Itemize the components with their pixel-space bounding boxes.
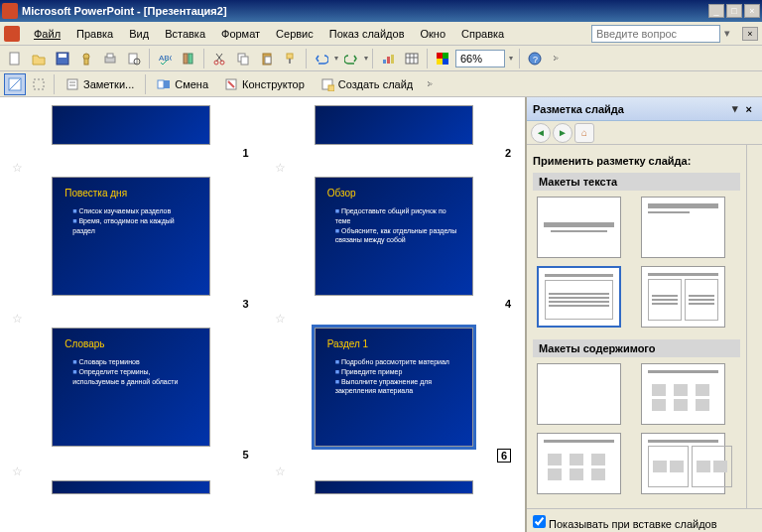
- doc-close-button[interactable]: ×: [742, 27, 758, 41]
- svg-rect-29: [443, 59, 448, 65]
- task-pane: Разметка слайда ▾ × ◄ ► ⌂ Применить разм…: [526, 97, 762, 532]
- minimize-button[interactable]: _: [708, 4, 724, 18]
- svg-rect-15: [241, 57, 248, 65]
- slide-4[interactable]: ОбзорПредоставьте общий рисунок по темеО…: [275, 177, 514, 310]
- animation-icon: ☆: [12, 161, 23, 175]
- svg-rect-6: [107, 54, 113, 58]
- menu-window[interactable]: Окно: [413, 25, 454, 43]
- slide-2[interactable]: ☆ 2: [275, 105, 514, 159]
- designer-button[interactable]: Конструктор: [217, 73, 312, 95]
- window-title: Microsoft PowerPoint - [Презентация2]: [22, 5, 708, 17]
- svg-rect-28: [437, 59, 443, 65]
- slide-6[interactable]: Раздел 1Подробно рассмотрите материалПри…: [275, 328, 514, 463]
- color-icon[interactable]: [432, 48, 453, 69]
- standard-toolbar: ABC ▾ ▾ 66% ▾ ? ⪢: [0, 46, 762, 71]
- normal-view-icon[interactable]: [4, 73, 26, 95]
- paste-icon[interactable]: [256, 48, 278, 69]
- layout-title-slide[interactable]: [537, 197, 621, 258]
- svg-rect-34: [34, 79, 44, 89]
- slide-8-partial[interactable]: [275, 480, 514, 494]
- animation-icon: ☆: [12, 465, 23, 478]
- svg-rect-0: [10, 53, 19, 65]
- help-dropdown-icon[interactable]: ▾: [720, 27, 734, 40]
- menu-view[interactable]: Вид: [121, 25, 157, 43]
- animation-icon: ☆: [275, 465, 286, 478]
- new-icon[interactable]: [4, 48, 26, 69]
- layout-content-2[interactable]: [537, 433, 621, 494]
- animation-icon: ☆: [12, 312, 23, 326]
- svg-rect-39: [164, 80, 170, 88]
- task-pane-dropdown-icon[interactable]: ▾: [728, 102, 742, 115]
- menu-insert[interactable]: Вставка: [157, 25, 213, 43]
- content-layouts-header: Макеты содержимого: [533, 339, 740, 357]
- nav-forward-icon[interactable]: ►: [553, 123, 572, 143]
- close-button[interactable]: ×: [744, 4, 760, 18]
- app-menu-icon[interactable]: [4, 26, 20, 42]
- redo-icon[interactable]: [340, 48, 362, 69]
- layout-title-content[interactable]: [537, 266, 621, 328]
- layout-blank[interactable]: [537, 363, 621, 425]
- slide-3[interactable]: Повестка дняСписок изучаемых разделовВре…: [12, 177, 251, 310]
- menu-format[interactable]: Формат: [213, 25, 268, 43]
- transition-button[interactable]: Смена: [150, 73, 215, 95]
- cut-icon[interactable]: [208, 48, 230, 69]
- layout-two-content[interactable]: [641, 266, 725, 328]
- open-icon[interactable]: [28, 48, 50, 69]
- chart-icon[interactable]: [377, 48, 399, 69]
- svg-rect-35: [67, 79, 77, 89]
- svg-rect-22: [406, 54, 418, 64]
- nav-home-icon[interactable]: ⌂: [574, 123, 594, 143]
- task-pane-footer: Показывать при вставке слайдов: [527, 508, 762, 532]
- menu-file[interactable]: Файл: [26, 25, 68, 43]
- menu-tools[interactable]: Сервис: [268, 25, 321, 43]
- main-area: ☆ 1 ☆ 2 Повестка дняСписок изучаемых раз…: [0, 97, 762, 532]
- table-icon[interactable]: [401, 48, 423, 69]
- save-icon[interactable]: [52, 48, 73, 69]
- print-preview-icon[interactable]: [123, 48, 145, 69]
- help-icon[interactable]: ?: [524, 48, 546, 69]
- task-pane-title: Разметка слайда: [533, 103, 624, 115]
- svg-rect-2: [59, 54, 66, 58]
- format-painter-icon[interactable]: [280, 48, 302, 69]
- new-slide-button[interactable]: Создать слайд: [314, 73, 420, 95]
- menu-help[interactable]: Справка: [453, 25, 512, 43]
- svg-rect-42: [328, 85, 334, 91]
- show-on-insert-checkbox[interactable]: Показывать при вставке слайдов: [533, 518, 717, 530]
- svg-rect-20: [387, 57, 390, 64]
- slide-1[interactable]: ☆ 1: [12, 105, 251, 159]
- zoom-input[interactable]: 66%: [455, 50, 505, 67]
- outline-toolbar: Заметки... Смена Конструктор Создать сла…: [0, 71, 762, 97]
- svg-text:ABC: ABC: [159, 54, 172, 63]
- spelling-icon[interactable]: ABC: [154, 48, 176, 69]
- slide-sorter[interactable]: ☆ 1 ☆ 2 Повестка дняСписок изучаемых раз…: [0, 97, 526, 532]
- copy-icon[interactable]: [232, 48, 254, 69]
- svg-rect-21: [391, 55, 394, 64]
- text-layouts-header: Макеты текста: [533, 173, 740, 191]
- print-icon[interactable]: [99, 48, 121, 69]
- help-search-input[interactable]: [591, 25, 720, 43]
- slide-7-partial[interactable]: [12, 480, 251, 494]
- svg-text:?: ?: [533, 55, 538, 65]
- svg-rect-27: [443, 53, 448, 59]
- notes-button[interactable]: Заметки...: [59, 73, 141, 95]
- nav-back-icon[interactable]: ◄: [531, 123, 551, 143]
- menu-edit[interactable]: Правка: [68, 25, 121, 43]
- layout-content[interactable]: [641, 363, 725, 425]
- permissions-icon[interactable]: [75, 48, 97, 69]
- research-icon[interactable]: [178, 48, 199, 69]
- undo-icon[interactable]: [311, 48, 332, 69]
- svg-rect-4: [84, 59, 88, 65]
- menu-slideshow[interactable]: Показ слайдов: [321, 25, 413, 43]
- layout-two-content-2[interactable]: [641, 433, 725, 494]
- doc-window-controls: ×: [742, 27, 758, 41]
- maximize-button[interactable]: □: [726, 4, 742, 18]
- layout-title-only[interactable]: [641, 197, 725, 258]
- svg-rect-19: [383, 60, 386, 64]
- slide-5[interactable]: СловарьСловарь терминовОпределите термин…: [12, 328, 251, 463]
- task-pane-scrollbar[interactable]: [746, 145, 762, 508]
- task-pane-close-icon[interactable]: ×: [742, 103, 756, 115]
- selection-icon[interactable]: [28, 73, 50, 95]
- task-pane-header: Разметка слайда ▾ ×: [527, 97, 762, 121]
- menu-bar: Файл Правка Вид Вставка Формат Сервис По…: [0, 22, 762, 46]
- task-pane-body: Применить разметку слайда: Макеты текста…: [527, 145, 746, 508]
